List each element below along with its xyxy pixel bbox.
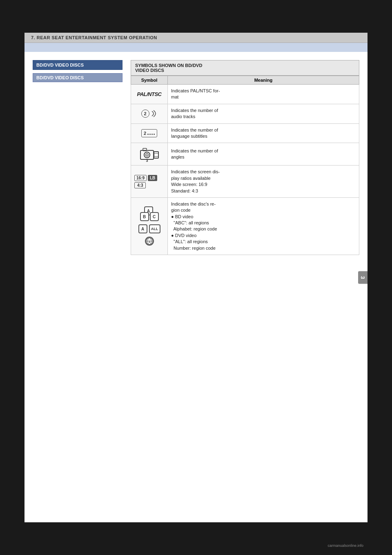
dvd-region-row-icon: A ALL — [138, 224, 160, 233]
left-panel: BD/DVD VIDEO DISCS BD/DVD VIDEO DISCS — [33, 60, 122, 255]
header-text: 7. REAR SEAT ENTERTAINMENT SYSTEM OPERAT… — [31, 35, 157, 40]
symbol-cell-palntsc: PAL/NTSC — [131, 85, 168, 104]
chapter-number: 3 — [360, 276, 366, 279]
camera-icon: 3 — [134, 146, 164, 162]
chapter-tab: 3 — [358, 271, 368, 284]
symbol-cell-ratio: 16:9 LB 4:3 — [131, 166, 168, 198]
meaning-region: Indicates the disc's re-gion code ● BD v… — [168, 197, 359, 255]
main-area: BD/DVD VIDEO DISCS BD/DVD VIDEO DISCS SY… — [24, 52, 368, 263]
dvd-a-badge-icon: A — [138, 224, 147, 233]
table-row: 3 Indicates the number ofangles — [131, 143, 359, 166]
circle-2-icon: 2 — [141, 110, 149, 118]
ratio-lb-box: LB — [148, 175, 157, 181]
badge-b-icon: B — [140, 212, 149, 221]
subtitle-icon: 2 — [141, 129, 157, 137]
right-panel: SYMBOLS SHOWN ON BD/DVD VIDEO DISCS Symb… — [131, 60, 359, 255]
left-subtitle-box: BD/DVD VIDEO DISCS — [33, 73, 122, 82]
ratio-43-box: 4:3 — [134, 182, 146, 188]
left-subtitle-text: BD/DVD VIDEO DISCS — [36, 75, 84, 80]
meaning-ratio: Indicates the screen dis-play ratios ava… — [168, 166, 359, 198]
dot-icon — [149, 134, 151, 135]
table-row: 2 Indicates the number ofaudio tracks — [131, 104, 359, 123]
meaning-angles: Indicates the number ofangles — [168, 143, 359, 166]
table-row: 2 Indicates the number oflanguage s — [131, 123, 359, 143]
blue-bar — [24, 43, 368, 52]
dot-icon — [147, 134, 149, 135]
svg-point-2 — [146, 154, 148, 156]
meaning-palntsc: Indicates PAL/NTSC for-mat — [168, 85, 359, 104]
svg-text:3: 3 — [146, 159, 148, 162]
svg-rect-4 — [154, 152, 158, 158]
dot-icon — [154, 134, 155, 135]
col-meaning-header: Meaning — [168, 76, 359, 85]
symbol-cell-angles: 3 — [131, 143, 168, 166]
table-row: 16:9 LB 4:3 Indicates the screen dis-pla… — [131, 166, 359, 198]
region-icon: A B C A ALL — [134, 206, 164, 246]
svg-point-1 — [144, 152, 150, 158]
table-row: PAL/NTSC Indicates PAL/NTSC for-mat — [131, 85, 359, 104]
audio-waves-icon — [150, 110, 158, 118]
bd-region-badges-icon: A B C — [140, 206, 159, 221]
bottom-logo: carmanualsonline.info — [327, 544, 363, 548]
svg-text:1: 1 — [149, 240, 150, 244]
meaning-subtitle: Indicates the number oflanguage subtitle… — [168, 123, 359, 143]
symbols-table: Symbol Meaning PAL/NTSC Indicates PAL/NT… — [131, 76, 359, 255]
palntsc-icon: PAL/NTSC — [137, 91, 161, 97]
symbol-cell-audio: 2 — [131, 104, 168, 123]
left-title-box: BD/DVD VIDEO DISCS — [33, 60, 122, 70]
page-content: 7. REAR SEAT ENTERTAINMENT SYSTEM OPERAT… — [24, 33, 368, 522]
left-title-text: BD/DVD VIDEO DISCS — [36, 63, 84, 67]
badge-c-icon: C — [150, 212, 159, 221]
symbol-cell-region: A B C A ALL — [131, 197, 168, 255]
symbol-cell-subtitle: 2 — [131, 123, 168, 143]
col-symbol-header: Symbol — [131, 76, 168, 85]
globe-icon: 1 — [145, 237, 154, 246]
subtitle-num-icon: 2 — [144, 131, 146, 136]
header-bar: 7. REAR SEAT ENTERTAINMENT SYSTEM OPERAT… — [24, 33, 368, 43]
logo-text: carmanualsonline.info — [327, 544, 363, 548]
ratio-icon: 16:9 LB 4:3 — [134, 175, 164, 188]
globe-svg-icon: 1 — [146, 237, 153, 245]
camera-svg-icon: 3 — [139, 146, 160, 162]
right-title-box: SYMBOLS SHOWN ON BD/DVD VIDEO DISCS — [131, 60, 359, 76]
dvd-all-badge-icon: ALL — [149, 224, 160, 233]
audio-icon: 2 — [134, 110, 164, 118]
right-title-line1: SYMBOLS SHOWN ON BD/DVD — [135, 63, 355, 68]
table-row: A B C A ALL — [131, 197, 359, 255]
ratio-169-box: 16:9 — [134, 175, 147, 181]
subtitle-dots-icon — [147, 134, 155, 136]
ratio-wide-icon: 16:9 LB — [134, 175, 157, 181]
right-title-line2: VIDEO DISCS — [135, 68, 355, 73]
meaning-audio: Indicates the number ofaudio tracks — [168, 104, 359, 123]
dot-icon — [151, 134, 153, 135]
